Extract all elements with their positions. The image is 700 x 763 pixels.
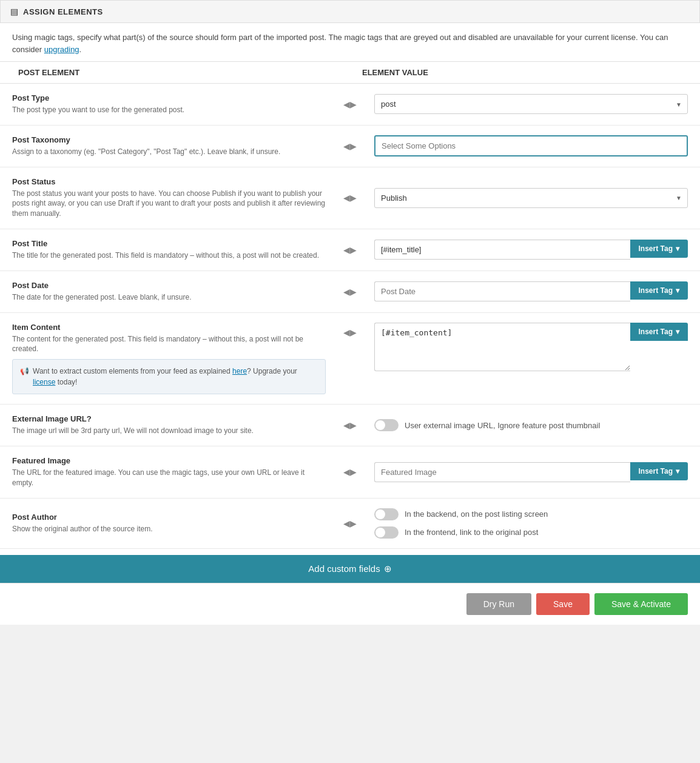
item-content-textarea[interactable]: [#item_content] [374, 323, 630, 371]
dry-run-button[interactable]: Dry Run [466, 593, 531, 615]
post-type-select[interactable]: post page custom [374, 94, 688, 114]
page-wrapper: ▤ ASSIGN ELEMENTS Using magic tags, spec… [0, 0, 700, 625]
add-custom-fields-button[interactable]: Add custom fields ⊕ [0, 555, 700, 583]
row-external-image-label: External Image URL? The image url will b… [12, 414, 326, 436]
post-type-select-wrapper: post page custom ▼ [374, 94, 688, 114]
post-date-insert-tag-button[interactable]: Insert Tag ▾ [630, 281, 688, 300]
row-item-content: Item Content The content for the generat… [0, 313, 700, 405]
save-button[interactable]: Save [536, 593, 590, 615]
row-post-date-label: Post Date The date for the generated pos… [12, 281, 326, 303]
bidirectional-arrow-icon-3: ◀▶ [343, 193, 357, 203]
post-status-desc: The post status you want your posts to h… [12, 189, 326, 219]
post-author-desc: Show the original author of the source i… [12, 524, 326, 534]
bidirectional-arrow-icon-5: ◀▶ [343, 287, 357, 297]
featured-image-insert-tag-button[interactable]: Insert Tag ▾ [630, 462, 688, 480]
section-header-icon: ▤ [10, 7, 18, 16]
col-header-element-value: ELEMENT VALUE [350, 68, 688, 77]
post-taxonomy-arrows: ◀▶ [332, 141, 368, 151]
row-post-title: Post Title The title for the generated p… [0, 229, 700, 271]
post-type-desc: The post type you want to use for the ge… [12, 105, 326, 115]
bidirectional-arrow-icon-4: ◀▶ [343, 245, 357, 255]
external-image-value: User external image URL, Ignore feature … [374, 419, 688, 431]
row-featured-image-label: Featured Image The URL for the featured … [12, 456, 326, 488]
item-content-arrows: ◀▶ [332, 323, 368, 337]
post-taxonomy-input[interactable] [374, 135, 688, 156]
here-link[interactable]: here [232, 367, 247, 375]
row-post-author-label: Post Author Show the original author of … [12, 513, 326, 534]
upgrading-link[interactable]: upgrading [44, 45, 79, 54]
post-taxonomy-value [374, 135, 688, 156]
item-content-title: Item Content [12, 323, 326, 332]
row-featured-image: Featured Image The URL for the featured … [0, 446, 700, 499]
post-status-select-wrapper: Publish Draft Pending Private ▼ [374, 188, 688, 208]
add-custom-fields-icon: ⊕ [384, 563, 392, 574]
external-image-toggle[interactable] [374, 419, 399, 431]
row-post-taxonomy-label: Post Taxonomy Assign to a taxonomy (eg. … [12, 135, 326, 157]
external-image-title: External Image URL? [12, 414, 326, 423]
megaphone-icon: 📢 [20, 366, 29, 377]
section-header-title: ASSIGN ELEMENTS [23, 7, 103, 16]
featured-image-desc: The URL for the featured image. You can … [12, 468, 326, 488]
post-type-title: Post Type [12, 93, 326, 103]
item-content-desc: The content for the generated post. This… [12, 334, 326, 355]
featured-image-input[interactable] [374, 462, 630, 482]
insert-tag-label-featured: Insert Tag [639, 467, 673, 476]
bidirectional-arrow-icon-7: ◀▶ [343, 420, 357, 430]
post-status-select[interactable]: Publish Draft Pending Private [374, 188, 688, 208]
post-title-arrows: ◀▶ [332, 245, 368, 255]
row-post-date: Post Date The date for the generated pos… [0, 271, 700, 313]
row-post-author: Post Author Show the original author of … [0, 499, 700, 549]
post-title-input[interactable] [374, 240, 630, 260]
external-image-toggle-wrapper: User external image URL, Ignore feature … [374, 419, 600, 431]
description-text: Using magic tags, specify what part(s) o… [12, 33, 668, 54]
post-author-toggle-backend[interactable] [374, 508, 399, 520]
insert-tag-chevron-icon-featured: ▾ [676, 467, 679, 476]
add-custom-fields-label: Add custom fields [308, 563, 380, 574]
post-author-toggle-row-1: In the backend, on the post listing scre… [374, 508, 548, 520]
section-header: ▤ ASSIGN ELEMENTS [0, 0, 700, 23]
post-taxonomy-title: Post Taxonomy [12, 135, 326, 144]
featured-image-value: Insert Tag ▾ [374, 462, 688, 482]
row-post-status: Post Status The post status you want you… [0, 167, 700, 229]
bidirectional-arrow-icon-6: ◀▶ [343, 328, 357, 337]
table-header: POST ELEMENT ELEMENT VALUE [0, 61, 700, 84]
post-status-arrows: ◀▶ [332, 193, 368, 203]
post-author-toggle-row-2: In the frontend, link to the original po… [374, 526, 548, 539]
row-post-type-label: Post Type The post type you want to use … [12, 93, 326, 115]
post-author-toggle-frontend[interactable] [374, 526, 399, 539]
post-status-title: Post Status [12, 177, 326, 186]
post-date-value: Insert Tag ▾ [374, 281, 688, 301]
post-title-desc: The title for the generated post. This f… [12, 250, 326, 261]
row-post-type: Post Type The post type you want to use … [0, 84, 700, 126]
save-activate-button[interactable]: Save & Activate [594, 593, 688, 615]
item-content-insert-tag-button[interactable]: Insert Tag ▾ [630, 323, 688, 341]
row-post-taxonomy: Post Taxonomy Assign to a taxonomy (eg. … [0, 126, 700, 167]
row-external-image-url: External Image URL? The image url will b… [0, 405, 700, 446]
post-title-value: Insert Tag ▾ [374, 240, 688, 260]
bidirectional-arrow-icon-9: ◀▶ [343, 519, 357, 528]
featured-image-title: Featured Image [12, 456, 326, 465]
post-author-toggle-group: In the backend, on the post listing scre… [374, 508, 548, 539]
post-type-arrows: ◀▶ [332, 99, 368, 109]
post-date-desc: The date for the generated post. Leave b… [12, 292, 326, 303]
external-image-desc: The image url will be 3rd party url, We … [12, 426, 326, 436]
post-date-arrows: ◀▶ [332, 287, 368, 297]
post-type-value: post page custom ▼ [374, 94, 688, 114]
post-date-input[interactable] [374, 281, 630, 301]
post-author-title: Post Author [12, 513, 326, 522]
post-author-frontend-label: In the frontend, link to the original po… [405, 528, 538, 537]
post-author-backend-label: In the backend, on the post listing scre… [405, 509, 548, 519]
row-item-content-label: Item Content The content for the generat… [12, 323, 326, 395]
post-author-arrows: ◀▶ [332, 519, 368, 528]
row-post-title-label: Post Title The title for the generated p… [12, 239, 326, 261]
col-header-post-element: POST ELEMENT [12, 68, 350, 77]
featured-image-arrows: ◀▶ [332, 467, 368, 477]
license-link[interactable]: license [33, 378, 55, 386]
footer-buttons: Dry Run Save Save & Activate [0, 583, 700, 625]
insert-tag-label-date: Insert Tag [639, 286, 673, 295]
row-post-status-label: Post Status The post status you want you… [12, 177, 326, 219]
post-status-value: Publish Draft Pending Private ▼ [374, 188, 688, 208]
post-title-insert-tag-button[interactable]: Insert Tag ▾ [630, 240, 688, 258]
post-author-value: In the backend, on the post listing scre… [374, 508, 688, 539]
item-content-value: [#item_content] Insert Tag ▾ [374, 323, 688, 371]
